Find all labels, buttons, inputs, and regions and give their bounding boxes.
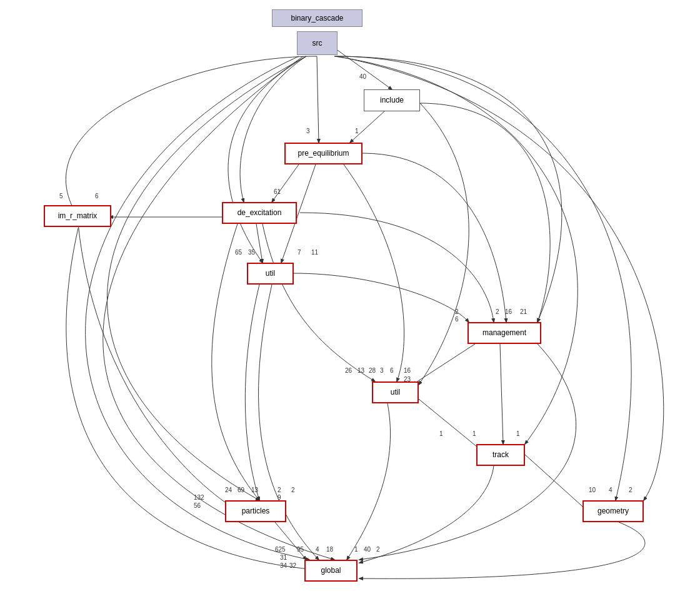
svg-text:21: 21 (520, 308, 528, 315)
node-util-top-label: util (266, 269, 275, 278)
svg-text:1: 1 (472, 430, 476, 437)
svg-text:24: 24 (225, 487, 232, 493)
svg-text:65: 65 (235, 249, 242, 256)
node-pre-equilibrium: pre_equilibrium (284, 143, 362, 164)
svg-text:40: 40 (364, 546, 371, 553)
svg-text:13: 13 (251, 487, 259, 493)
svg-text:2: 2 (376, 546, 380, 553)
node-management-label: management (482, 328, 526, 337)
svg-text:18: 18 (326, 546, 334, 553)
node-particles-label: particles (242, 507, 270, 515)
node-global-label: global (321, 566, 341, 575)
svg-text:4: 4 (316, 546, 319, 553)
node-de-excitation: de_excitation (222, 202, 297, 224)
svg-text:40: 40 (359, 73, 367, 80)
node-binary-cascade-label: binary_cascade (291, 14, 343, 23)
node-include-label: include (380, 96, 404, 104)
svg-text:2: 2 (496, 308, 499, 315)
node-global: global (304, 560, 358, 582)
svg-text:16: 16 (505, 308, 512, 315)
svg-text:16: 16 (404, 367, 411, 374)
diagram-container: 40 3 1 61 16 35 5 6 65 7 11 2 (0, 0, 700, 606)
svg-text:5: 5 (59, 193, 63, 199)
svg-text:31: 31 (280, 554, 288, 561)
node-track-label: track (492, 450, 509, 459)
node-de-excitation-label: de_excitation (238, 208, 282, 217)
node-binary-cascade: binary_cascade (272, 9, 362, 27)
svg-text:2: 2 (291, 487, 295, 493)
svg-text:61: 61 (274, 188, 281, 195)
svg-text:4: 4 (609, 487, 612, 493)
svg-text:132: 132 (194, 494, 204, 501)
svg-text:10: 10 (589, 487, 596, 493)
svg-text:69: 69 (238, 487, 245, 493)
svg-text:1: 1 (355, 128, 359, 134)
svg-text:32: 32 (289, 562, 297, 569)
node-particles: particles (225, 500, 286, 522)
node-src-label: src (312, 39, 322, 48)
node-im-r-matrix: im_r_matrix (44, 205, 111, 227)
svg-text:3: 3 (380, 367, 384, 374)
svg-text:6: 6 (390, 367, 394, 374)
svg-text:11: 11 (311, 249, 319, 256)
svg-text:56: 56 (194, 502, 201, 509)
svg-text:2: 2 (629, 487, 632, 493)
node-geometry-label: geometry (598, 507, 629, 515)
svg-text:3: 3 (306, 128, 310, 134)
svg-text:1: 1 (439, 430, 443, 437)
node-pre-equilibrium-label: pre_equilibrium (298, 149, 349, 158)
node-geometry: geometry (582, 500, 644, 522)
svg-text:28: 28 (369, 367, 376, 374)
node-util-top: util (247, 263, 294, 285)
node-util-mid-label: util (391, 388, 400, 396)
node-management: management (468, 322, 541, 344)
node-im-r-matrix-label: im_r_matrix (58, 211, 98, 220)
node-util-mid: util (372, 381, 419, 403)
svg-text:1: 1 (516, 430, 520, 437)
node-src: src (297, 31, 338, 55)
node-include: include (364, 89, 420, 111)
svg-text:6: 6 (455, 316, 459, 323)
node-track: track (476, 444, 525, 466)
svg-text:7: 7 (298, 249, 301, 256)
svg-text:26: 26 (345, 367, 352, 374)
svg-text:2: 2 (278, 487, 281, 493)
svg-text:6: 6 (95, 193, 99, 199)
